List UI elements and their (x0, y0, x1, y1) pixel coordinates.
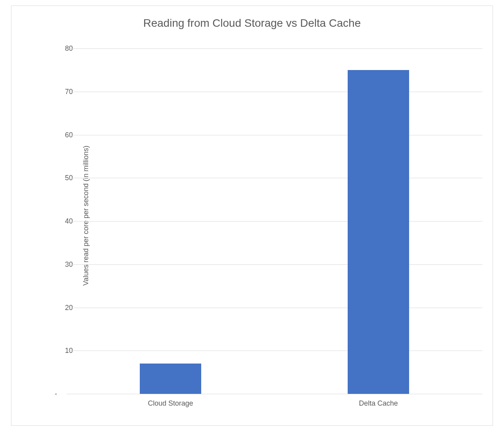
gridline (67, 135, 482, 135)
y-tick-0: - (55, 390, 57, 398)
bar-delta-cache (348, 70, 409, 394)
gridline (67, 351, 482, 351)
gridline-baseline (67, 394, 482, 394)
plot-area (67, 48, 482, 394)
x-tick-cloud-storage: Cloud Storage (148, 399, 193, 408)
gridline (67, 178, 482, 178)
bar-cloud-storage (140, 364, 201, 394)
gridline (67, 48, 482, 49)
x-tick-delta-cache: Delta Cache (359, 399, 398, 408)
gridline (67, 264, 482, 265)
gridline (67, 92, 482, 92)
gridline (67, 308, 482, 308)
chart-frame: Reading from Cloud Storage vs Delta Cach… (11, 6, 493, 426)
gridline (67, 221, 482, 222)
chart-title: Reading from Cloud Storage vs Delta Cach… (11, 17, 493, 30)
